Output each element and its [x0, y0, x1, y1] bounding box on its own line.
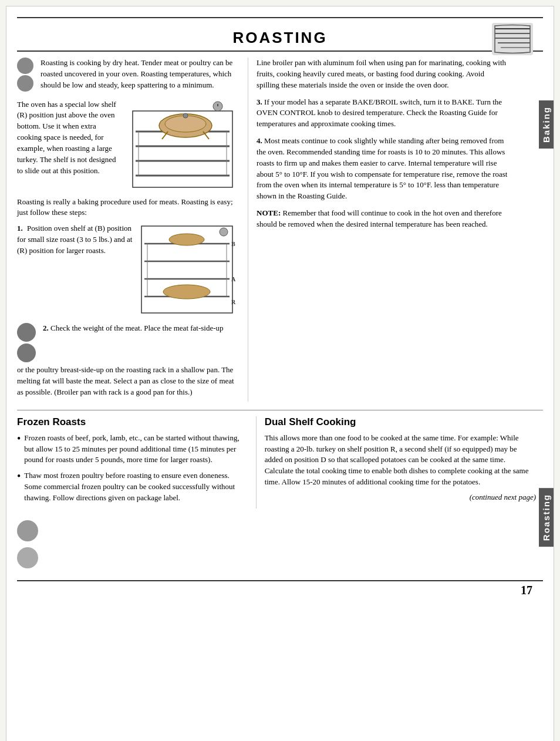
note-paragraph: NOTE: Remember that food will continue t… [257, 208, 508, 230]
page: ROASTING Baking Roasting Roasting is coo… [6, 6, 554, 741]
step2-text-block: 2. Check the weight of the meat. Place t… [43, 323, 238, 334]
icon-step2-1 [17, 323, 36, 342]
left-column: Roasting is cooking by dry heat. Tender … [17, 58, 238, 402]
frozen-bullet-2-text: Thaw most frozen poultry before roasting… [24, 470, 247, 504]
right-column: Line broiler pan with aluminum foil when… [248, 58, 508, 402]
bottom-icon-row-2 [17, 547, 43, 568]
step2-continuation: or the poultry breast-side-up on the roa… [17, 365, 238, 398]
icon-step2-2 [17, 343, 36, 362]
shelf-text: The oven has a special low shelf (R) pos… [17, 99, 122, 177]
dual-shelf-text: This allows more than one food to be coo… [265, 433, 536, 488]
step1-label: 1. [17, 224, 23, 233]
frozen-roasts-section: Frozen Roasts • Frozen roasts of beef, p… [17, 416, 256, 508]
dual-shelf-title: Dual Shelf Cooking [265, 416, 536, 428]
step1-text-block: 1. Position oven shelf at (B) position f… [17, 223, 134, 319]
baking-tab: Baking [539, 100, 554, 149]
frozen-roasts-title: Frozen Roasts [17, 416, 248, 428]
bottom-icon-2 [17, 547, 38, 568]
page-number-area: 17 [17, 580, 543, 602]
svg-rect-0 [492, 23, 533, 55]
svg-point-17 [183, 113, 188, 118]
note-text: Remember that food will continue to cook… [257, 208, 502, 228]
svg-text:R: R [231, 299, 236, 305]
section-divider [17, 410, 543, 410]
continued-label: (continued next page) [265, 493, 536, 502]
right-intro: Line broiler pan with aluminum foil when… [257, 58, 508, 91]
step2-section: 2. Check the weight of the meat. Place t… [17, 323, 238, 362]
frozen-bullet-2: • Thaw most frozen poultry before roasti… [17, 470, 248, 504]
shelf-section: The oven has a special low shelf (R) pos… [17, 99, 238, 193]
page-title: ROASTING [17, 24, 543, 50]
item-4: 4. Most meats continue to cook slightly … [257, 136, 508, 202]
bullet-dot-1: • [17, 433, 21, 444]
svg-point-32 [220, 228, 228, 236]
step2-text: Check the weight of the meat. Place the … [50, 324, 224, 332]
step2-label: 2. [43, 324, 49, 332]
title-underline [17, 50, 543, 52]
bottom-icons [6, 508, 536, 580]
item-3: 3. If your model has a separate BAKE/BRO… [257, 97, 508, 130]
roasting-tab: Roasting [539, 488, 554, 547]
step1-text: Position oven shelf at (B) position for … [17, 224, 132, 255]
step1-section: 1. Position oven shelf at (B) position f… [17, 223, 238, 319]
item4-text: Most meats continue to cook slightly whi… [257, 136, 507, 200]
bottom-icon-row-1 [17, 520, 43, 541]
bottom-icon-1 [17, 520, 38, 541]
dual-shelf-section: Dual Shelf Cooking This allows more than… [256, 416, 536, 508]
item4-num: 4. [257, 136, 262, 145]
bullet-icons-step2 [17, 323, 39, 362]
svg-text:A: A [231, 276, 236, 282]
step1-image: B A R [139, 223, 238, 319]
item3-num: 3. [257, 97, 262, 106]
steps-intro: Roasting is really a baking procedure us… [17, 197, 238, 219]
page-number: 17 [521, 584, 532, 597]
frozen-bullet-1-text: Frozen roasts of beef, pork, lamb, etc.,… [24, 433, 247, 466]
bottom-columns: Frozen Roasts • Frozen roasts of beef, p… [17, 416, 536, 508]
item3-text: If your model has a separate BAKE/BROIL … [257, 97, 502, 129]
frozen-bullet-1: • Frozen roasts of beef, pork, lamb, etc… [17, 433, 248, 466]
corner-icon [492, 23, 533, 55]
note-prefix: NOTE: [257, 208, 281, 217]
icon-circle-2 [17, 75, 33, 92]
bullet-dot-2: • [17, 471, 21, 481]
main-columns: Roasting is cooking by dry heat. Tender … [17, 58, 508, 402]
svg-point-29 [163, 285, 210, 299]
icon-circle-1 [17, 58, 33, 74]
intro-paragraph: Roasting is cooking by dry heat. Tender … [41, 58, 238, 91]
shelf-illustration [127, 99, 238, 193]
svg-text:B: B [231, 241, 235, 247]
svg-point-28 [169, 234, 204, 245]
